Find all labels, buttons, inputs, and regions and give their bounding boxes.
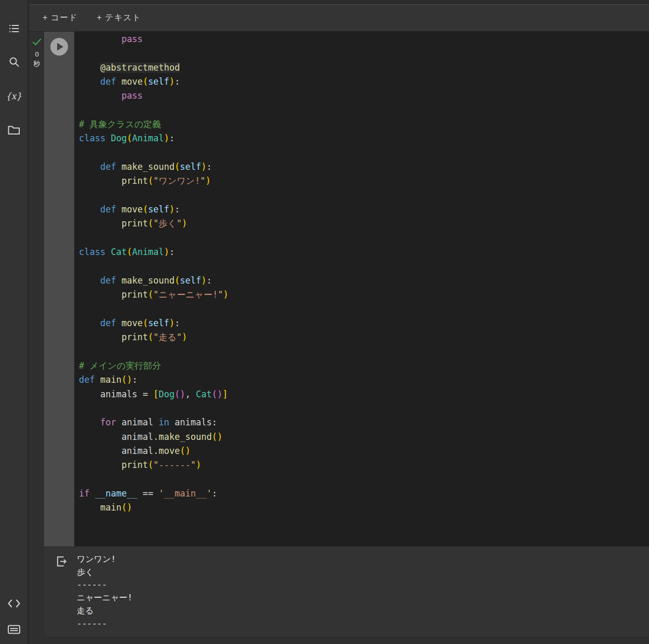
- files-button[interactable]: [4, 119, 24, 140]
- search-icon: [8, 56, 20, 68]
- code-line: print("ニャーニャー!"): [79, 288, 649, 302]
- code-line: for animal in animals:: [79, 415, 649, 430]
- code-line: main(): [79, 501, 649, 515]
- execution-status: 0 秒: [30, 38, 44, 69]
- code-line: [79, 103, 649, 117]
- code-snippets-icon: [7, 599, 21, 608]
- add-text-cell-button[interactable]: + テキスト: [91, 8, 147, 28]
- code-line: [79, 401, 649, 415]
- play-icon: [50, 48, 68, 57]
- code-line: if __name__ == '__main__':: [79, 487, 649, 501]
- variables-button[interactable]: {x}: [4, 86, 24, 106]
- code-line: # 具象クラスの定義: [79, 117, 649, 131]
- code-line: print("歩く"): [79, 217, 649, 231]
- code-line: [79, 260, 649, 274]
- code-line: [79, 345, 649, 359]
- variables-icon: {x}: [6, 91, 22, 101]
- code-line: pass: [79, 89, 649, 103]
- search-button[interactable]: [4, 51, 24, 72]
- code-line: # メインの実行部分: [79, 359, 649, 373]
- main-area: + コード + テキスト 0 秒: [30, 0, 649, 644]
- code-line: def main():: [79, 373, 649, 387]
- code-editor[interactable]: pass @abstractmethod def move(self): pas…: [74, 32, 649, 546]
- execution-time-value: 0: [35, 50, 38, 59]
- code-line: class Cat(Animal):: [79, 245, 649, 259]
- cell-insert-toolbar: + コード + テキスト: [30, 5, 649, 32]
- code-cell: pass @abstractmethod def move(self): pas…: [44, 32, 649, 638]
- code-line: animal.make_sound(): [79, 430, 649, 444]
- code-line: class Dog(Animal):: [79, 131, 649, 145]
- code-snippets-button[interactable]: [4, 593, 24, 614]
- code-line: def move(self):: [79, 203, 649, 217]
- code-line: animal.move(): [79, 444, 649, 458]
- code-line: print("------"): [79, 458, 649, 472]
- code-line: [79, 146, 649, 160]
- run-cell-button[interactable]: [50, 38, 68, 56]
- code-line: def make_sound(self):: [79, 160, 649, 174]
- code-line: print("ワンワン!"): [79, 174, 649, 188]
- add-code-cell-button[interactable]: + コード: [36, 8, 84, 28]
- execution-time-unit: 秒: [34, 59, 40, 69]
- code-line: def make_sound(self):: [79, 274, 649, 288]
- cell-output: ワンワン! 歩く ------ ニャーニャー! 走る ------: [44, 546, 649, 637]
- code-line: def move(self):: [79, 75, 649, 89]
- table-of-contents-button[interactable]: [4, 18, 24, 39]
- code-line: [79, 473, 649, 487]
- code-line: pass: [79, 32, 649, 46]
- output-text: ワンワン! 歩く ------ ニャーニャー! 走る ------: [77, 553, 132, 637]
- table-of-contents-icon: [8, 22, 20, 35]
- code-line: def move(self):: [79, 316, 649, 330]
- code-line: print("走る"): [79, 330, 649, 344]
- cell-gutter: [44, 32, 74, 546]
- left-sidebar: {x}: [0, 0, 29, 644]
- terminal-button[interactable]: [4, 619, 24, 640]
- files-folder-icon: [7, 124, 21, 136]
- code-line: [79, 189, 649, 203]
- code-line: [79, 46, 649, 60]
- notebook-scroll-area: 0 秒 pass @abstractmeth: [30, 32, 649, 643]
- code-line: [79, 302, 649, 316]
- output-icon: [55, 555, 68, 637]
- success-check-icon: [32, 38, 42, 50]
- terminal-icon: [7, 624, 21, 635]
- code-line: [79, 231, 649, 245]
- code-section: pass @abstractmethod def move(self): pas…: [44, 32, 649, 546]
- code-line: animals = [Dog(), Cat()]: [79, 387, 649, 401]
- code-line: @abstractmethod: [79, 61, 649, 75]
- top-strip: [30, 0, 649, 5]
